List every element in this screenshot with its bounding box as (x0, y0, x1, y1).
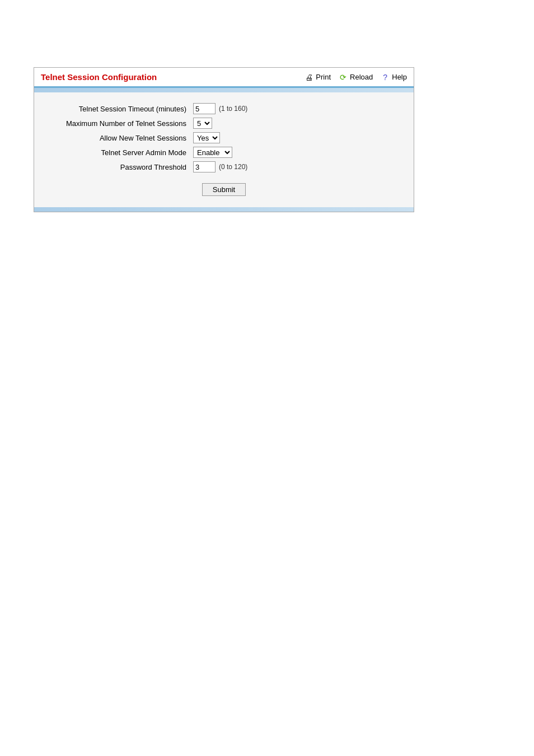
form-row-admin-mode: Telnet Server Admin Mode Enable Disable (48, 145, 400, 160)
form-row-max-sessions: Maximum Number of Telnet Sessions 1 2 3 … (48, 116, 400, 130)
control-timeout: (1 to 160) (193, 103, 247, 114)
bottom-blue-bar (34, 207, 414, 212)
panel-title: Telnet Session Configuration (41, 72, 157, 82)
reload-label: Reload (350, 73, 373, 81)
hint-password-threshold: (0 to 120) (219, 163, 247, 171)
help-label: Help (392, 73, 407, 81)
label-admin-mode: Telnet Server Admin Mode (48, 148, 193, 157)
label-timeout: Telnet Session Timeout (minutes) (48, 105, 193, 113)
panel-body: Telnet Session Timeout (minutes) (1 to 1… (34, 92, 414, 207)
hint-timeout: (1 to 160) (219, 105, 247, 113)
control-password-threshold: (0 to 120) (193, 161, 247, 172)
form-row-password-threshold: Password Threshold (0 to 120) (48, 160, 400, 174)
input-timeout[interactable] (193, 103, 216, 114)
label-max-sessions: Maximum Number of Telnet Sessions (48, 119, 193, 128)
control-admin-mode: Enable Disable (193, 147, 232, 158)
control-allow-sessions: Yes No (193, 132, 220, 143)
label-password-threshold: Password Threshold (48, 163, 193, 171)
help-action[interactable]: ? Help (381, 73, 407, 82)
help-icon: ? (381, 73, 390, 82)
label-allow-sessions: Allow New Telnet Sessions (48, 134, 193, 142)
submit-row: Submit (48, 183, 400, 196)
print-action[interactable]: 🖨 Print (305, 73, 331, 82)
select-allow-sessions[interactable]: Yes No (193, 132, 220, 143)
panel-header: Telnet Session Configuration 🖨 Print ⟳ R… (34, 68, 414, 88)
top-blue-bar (34, 88, 414, 92)
submit-button[interactable]: Submit (202, 183, 246, 196)
form-row-allow-sessions: Allow New Telnet Sessions Yes No (48, 130, 400, 145)
select-max-sessions[interactable]: 1 2 3 4 5 (193, 118, 212, 129)
print-icon: 🖨 (305, 73, 313, 82)
page-wrapper: Telnet Session Configuration 🖨 Print ⟳ R… (0, 0, 534, 235)
reload-action[interactable]: ⟳ Reload (339, 73, 373, 82)
form-table: Telnet Session Timeout (minutes) (1 to 1… (48, 101, 400, 174)
input-password-threshold[interactable] (193, 161, 216, 172)
form-row-timeout: Telnet Session Timeout (minutes) (1 to 1… (48, 101, 400, 116)
print-label: Print (316, 73, 331, 81)
panel: Telnet Session Configuration 🖨 Print ⟳ R… (34, 67, 414, 212)
header-actions: 🖨 Print ⟳ Reload ? Help (305, 73, 407, 82)
select-admin-mode[interactable]: Enable Disable (193, 147, 232, 158)
control-max-sessions: 1 2 3 4 5 (193, 118, 212, 129)
reload-icon: ⟳ (339, 73, 348, 82)
